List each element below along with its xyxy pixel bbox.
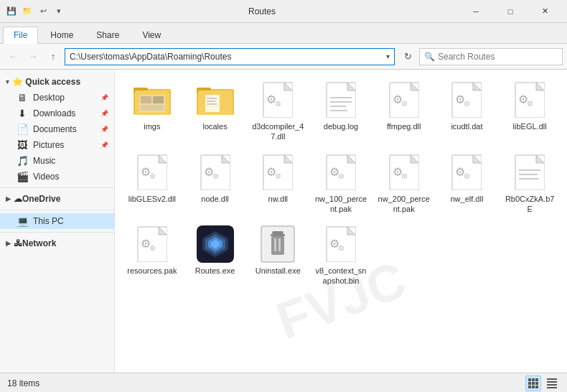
file-item-imgs[interactable]: imgs [122,77,182,146]
music-icon: 🎵 [16,155,29,167]
list-view-button[interactable] [544,375,560,391]
file-label-libegl: libEGL.dll [513,121,547,131]
file-item-nw100[interactable]: ⚙ ⚙ nw_100_percent.pak [311,149,371,219]
sidebar-section-network[interactable]: ▶ 🖧 Network [0,235,114,251]
file-label-d3dcompiler: d3dcompiler_47.dll [250,121,305,142]
file-item-nw200[interactable]: ⚙ ⚙ nw_200_percent.pak [374,149,434,219]
file-item-libegl[interactable]: ⚙ ⚙ libEGL.dll [500,77,560,146]
main-layout: ▾ ⭐ Quick access 🖥 Desktop 📌 ⬇ Downloads… [0,70,567,373]
downloads-icon: ⬇ [16,108,29,119]
file-item-resources[interactable]: ⚙ ⚙ resources.pak [122,221,182,291]
back-button[interactable]: ← [4,48,22,65]
search-box[interactable]: 🔍 [419,48,563,65]
forward-button[interactable]: → [24,48,42,65]
svg-text:⚙: ⚙ [401,100,408,108]
file-item-nw[interactable]: ⚙ ⚙ nw.dll [248,149,308,219]
file-label-debug-log: debug.log [324,121,358,131]
file-label-nw200: nw_200_percent.pak [377,194,431,215]
pak-nw100-icon: ⚙ ⚙ [322,154,360,191]
file-grid: imgs locales [122,77,560,291]
pin-icon2: 📌 [100,110,108,117]
sidebar-item-desktop[interactable]: 🖥 Desktop 📌 [0,90,114,106]
svg-rect-79 [278,238,281,251]
close-button[interactable]: ✕ [528,0,561,23]
svg-rect-76 [271,234,285,236]
dll-nw-icon: ⚙ ⚙ [259,154,296,191]
up-button[interactable]: ↑ [44,48,62,65]
undo-icon: ↩ [37,6,49,17]
file-item-nwelf[interactable]: ⚙ ⚙ nw_elf.dll [437,149,497,219]
address-bar[interactable]: C:\Users\tomas\AppData\Roaming\Routes ▾ [65,48,395,65]
dat-v8-icon: ⚙ ⚙ [322,225,360,263]
file-label-node: node.dll [201,194,229,204]
onedrive-icon: ☁ [14,194,22,204]
file-item-routes-exe[interactable]: Routes.exe [185,221,245,291]
sidebar-label-videos: Videos [33,172,59,182]
sidebar-label-pictures: Pictures [33,140,64,150]
pin-icon3: 📌 [100,126,108,133]
svg-text:⚙: ⚙ [149,244,156,252]
sidebar-item-this-pc[interactable]: 💻 This PC [0,213,114,229]
file-item-libglesv2[interactable]: ⚙ ⚙ libGLESv2.dll [122,149,182,219]
file-label-icudtl: icudtl.dat [451,121,482,131]
search-icon: 🔍 [424,52,435,62]
tab-share[interactable]: Share [85,27,130,44]
file-label-nw: nw.dll [268,194,289,204]
exe-uninstall-icon [259,225,296,263]
svg-text:⚙: ⚙ [275,172,281,180]
refresh-button[interactable]: ↻ [399,48,416,65]
file-item-d3dcompiler[interactable]: ⚙ ⚙ d3dcompiler_47.dll [248,77,308,146]
title-bar: 💾 📁 ↩ ▾ Routes ─ □ ✕ [0,0,567,23]
tab-file[interactable]: File [3,27,38,44]
svg-text:⚙: ⚙ [275,100,281,108]
window-title: Routes [65,6,459,17]
address-dropdown-icon[interactable]: ▾ [386,52,390,60]
tab-view[interactable]: View [131,27,172,44]
sidebar-divider2 [0,210,114,210]
sidebar-item-videos[interactable]: 🎬 Videos [0,169,114,185]
list-icon [547,378,557,388]
svg-text:⚙: ⚙ [338,244,345,252]
quick-access-label: ⭐ Quick access [12,77,80,87]
file-item-ffmpeg[interactable]: ⚙ ⚙ ffmpeg.dll [374,77,434,146]
sidebar-item-pictures[interactable]: 🖼 Pictures 📌 [0,137,114,153]
folder-imgs-icon [133,81,171,118]
file-item-icudtl[interactable]: ⚙ ⚙ icudtl.dat [437,77,497,146]
address-path: C:\Users\tomas\AppData\Roaming\Routes [70,52,386,62]
sidebar-label-onedrive: OneDrive [22,194,60,204]
item-count: 18 items [7,378,39,388]
window-controls[interactable]: ─ □ ✕ [459,0,561,23]
log-debug-icon [322,81,360,118]
file-label-locales: locales [202,121,227,131]
svg-text:⚙: ⚙ [212,172,219,180]
minimize-button[interactable]: ─ [459,0,492,23]
file-item-v8[interactable]: ⚙ ⚙ v8_context_snapshot.bin [311,221,371,291]
file-item-uninstall[interactable]: Uninstall.exe [248,221,308,291]
dropdown-icon[interactable]: ▾ [53,6,65,17]
file-item-rb0[interactable]: Rb0CxZkA.b7E [500,149,560,219]
sidebar-section-quick-access[interactable]: ▾ ⭐ Quick access [0,74,114,90]
svg-rect-12 [207,101,215,102]
svg-rect-78 [274,238,276,251]
file-item-debug-log[interactable]: debug.log [311,77,371,146]
sidebar-item-documents[interactable]: 📄 Documents 📌 [0,121,114,137]
generic-rb0-icon [511,154,548,191]
file-item-locales[interactable]: locales [185,77,245,146]
this-pc-icon: 💻 [16,215,29,227]
sidebar-item-downloads[interactable]: ⬇ Downloads 📌 [0,106,114,121]
sidebar-section-onedrive[interactable]: ▶ ☁ OneDrive [0,191,114,207]
desktop-icon: 🖥 [16,92,29,103]
grid-icon [528,378,538,388]
search-input[interactable] [438,52,558,62]
videos-icon: 🎬 [16,171,29,182]
maximize-button[interactable]: □ [494,0,527,23]
grid-view-button[interactable] [525,375,541,391]
tab-home[interactable]: Home [39,27,84,44]
svg-rect-11 [207,98,217,99]
file-item-node[interactable]: ⚙ ⚙ node.dll [185,149,245,219]
sidebar-item-music[interactable]: 🎵 Music [0,153,114,169]
dll-ffmpeg-icon: ⚙ ⚙ [385,81,423,118]
pictures-icon: 🖼 [16,139,29,151]
address-row: ← → ↑ C:\Users\tomas\AppData\Roaming\Rou… [0,44,567,70]
dat-icudtl-icon: ⚙ ⚙ [448,81,485,118]
